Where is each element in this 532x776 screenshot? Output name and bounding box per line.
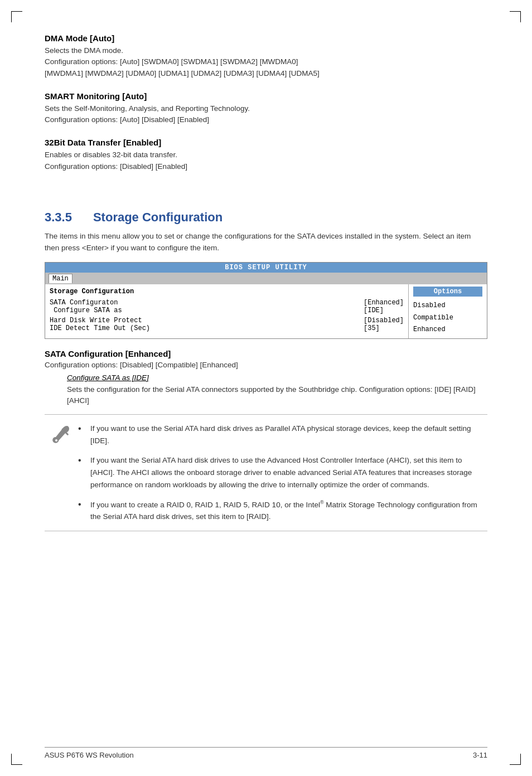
chapter-number: 3.3.5 bbox=[45, 210, 72, 225]
sata-config-options: Configuration options: [Disabled] [Compa… bbox=[45, 361, 487, 369]
bios-row-value-1: [Disabled][35] bbox=[364, 317, 404, 332]
bios-option-1: Compatible bbox=[413, 312, 482, 324]
bios-nav-main[interactable]: Main bbox=[49, 274, 72, 283]
note-text-1: If you want the Serial ATA hard disk dri… bbox=[90, 454, 487, 491]
footer-left: ASUS P6T6 WS Revolution bbox=[45, 751, 134, 759]
dma-mode-body: Selects the DMA mode. Configuration opti… bbox=[45, 45, 487, 79]
dma-mode-title: DMA Mode [Auto] bbox=[45, 33, 487, 43]
bios-option-2: Enhanced bbox=[413, 324, 482, 336]
note-bullet-2: • bbox=[78, 498, 86, 523]
32bit-title: 32Bit Data Transfer [Enabled] bbox=[45, 138, 487, 147]
chapter-heading: 3.3.5 Storage Configuration bbox=[45, 210, 487, 225]
smart-monitoring-section: SMART Monitoring [Auto] Sets the Self-Mo… bbox=[45, 91, 487, 126]
note-text-2: If you want to create a RAID 0, RAID 1, … bbox=[90, 498, 487, 523]
32bit-section: 32Bit Data Transfer [Enabled] Enables or… bbox=[45, 138, 487, 172]
note-item-1: • If you want the Serial ATA hard disk d… bbox=[78, 454, 487, 491]
footer-right: 3-11 bbox=[473, 751, 487, 759]
bios-main-panel: Storage Configuration SATA Configuraton … bbox=[45, 284, 409, 338]
bios-header: BIOS SETUP UTILITY bbox=[45, 263, 487, 273]
bios-row-0: SATA Configuraton Configure SATA as [Enh… bbox=[50, 299, 404, 314]
smart-monitoring-body: Sets the Self-Monitoring, Analysis, and … bbox=[45, 103, 487, 126]
chapter-title: Storage Configuration bbox=[93, 210, 223, 225]
wrench-icon bbox=[45, 423, 78, 446]
bios-option-0: Disabled bbox=[413, 300, 482, 312]
corner-mark-tl bbox=[11, 11, 22, 22]
bios-nav: Main bbox=[45, 273, 487, 284]
note-bullet-1: • bbox=[78, 454, 86, 491]
bios-row-1: Hard Disk Write ProtectIDE Detect Time O… bbox=[50, 317, 404, 332]
note-content: • If you want to use the Serial ATA hard… bbox=[78, 423, 487, 523]
bios-row-label-1: Hard Disk Write ProtectIDE Detect Time O… bbox=[50, 317, 364, 332]
note-box: • If you want to use the Serial ATA hard… bbox=[45, 414, 487, 531]
note-item-0: • If you want to use the Serial ATA hard… bbox=[78, 423, 487, 447]
bios-row-value-0: [Enhanced][IDE] bbox=[364, 299, 404, 314]
bios-options-header: Options bbox=[413, 287, 482, 297]
32bit-body: Enables or disables 32-bit data transfer… bbox=[45, 149, 487, 172]
note-bullet-0: • bbox=[78, 423, 86, 447]
sata-sub-body: Sets the configuration for the Serial AT… bbox=[67, 384, 487, 407]
bios-box: BIOS SETUP UTILITY Main Storage Configur… bbox=[45, 262, 487, 339]
sata-sub-heading: Configure SATA as [IDE] bbox=[67, 374, 487, 382]
intro-text: The items in this menu allow you to set … bbox=[45, 230, 487, 254]
bios-content: Storage Configuration SATA Configuraton … bbox=[45, 284, 487, 338]
note-item-2: • If you want to create a RAID 0, RAID 1… bbox=[78, 498, 487, 523]
page-footer: ASUS P6T6 WS Revolution 3-11 bbox=[45, 747, 487, 759]
sata-config-title: SATA Configuration [Enhanced] bbox=[45, 349, 487, 358]
dma-mode-section: DMA Mode [Auto] Selects the DMA mode. Co… bbox=[45, 33, 487, 79]
bios-options-list: Disabled Compatible Enhanced bbox=[413, 300, 482, 336]
corner-mark-tr bbox=[510, 11, 521, 22]
corner-mark-bl bbox=[11, 754, 22, 765]
smart-monitoring-title: SMART Monitoring [Auto] bbox=[45, 91, 487, 101]
note-text-0: If you want to use the Serial ATA hard d… bbox=[90, 423, 487, 447]
bios-options-panel: Options Disabled Compatible Enhanced bbox=[409, 284, 487, 338]
bios-row-label-0: SATA Configuraton Configure SATA as bbox=[50, 299, 364, 314]
bios-section-title: Storage Configuration bbox=[50, 288, 404, 295]
corner-mark-br bbox=[510, 754, 521, 765]
